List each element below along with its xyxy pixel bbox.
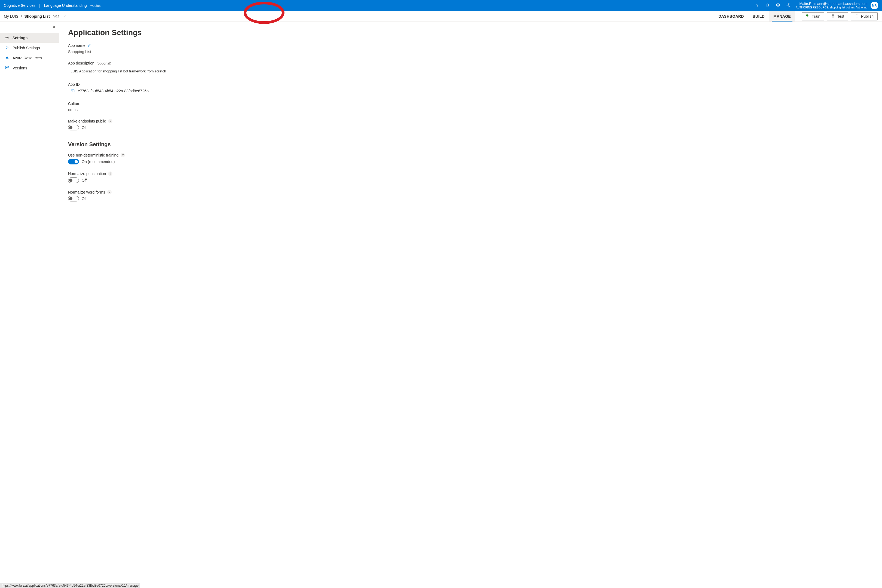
- authoring-resource-label: AUTHORING RESOURCE:: [796, 6, 829, 9]
- svg-point-1: [776, 3, 780, 7]
- endpoints-public-label: Make endpoints public: [68, 119, 106, 123]
- gear-icon: [5, 35, 9, 40]
- test-button[interactable]: Test: [827, 12, 848, 20]
- version-settings-title: Version Settings: [68, 141, 873, 147]
- region-label: - westus: [88, 4, 101, 8]
- svg-point-5: [806, 14, 808, 16]
- publish-button[interactable]: Publish: [851, 12, 878, 20]
- product-wrap[interactable]: Language Understanding - westus: [44, 3, 101, 8]
- app-description-label: App description: [68, 61, 94, 65]
- normalize-word-toggle[interactable]: [68, 196, 79, 201]
- app-id-label: App ID: [68, 82, 80, 87]
- nondeterministic-label: Use non-deterministic training: [68, 153, 118, 158]
- notifications-icon[interactable]: [765, 3, 770, 9]
- sidebar-item-azure-resources[interactable]: Azure Resources: [0, 53, 59, 63]
- svg-point-6: [808, 16, 809, 17]
- endpoints-public-state: Off: [82, 126, 87, 130]
- test-label: Test: [837, 14, 844, 18]
- nondeterministic-toggle[interactable]: [68, 159, 79, 164]
- header-separator: |: [39, 3, 40, 8]
- svg-rect-8: [6, 66, 7, 68]
- culture-value: en-us: [68, 108, 873, 112]
- app-name-label: App name: [68, 43, 86, 48]
- chevron-down-icon[interactable]: [63, 14, 66, 18]
- svg-point-4: [788, 4, 789, 6]
- normalize-punct-label: Normalize punctuation: [68, 171, 106, 176]
- normalize-punct-toggle[interactable]: [68, 177, 79, 183]
- help-icon[interactable]: ?: [108, 119, 112, 123]
- normalize-word-state: Off: [82, 196, 87, 201]
- settings-icon[interactable]: [786, 3, 791, 9]
- tab-manage[interactable]: MANAGE: [769, 11, 795, 21]
- culture-label: Culture: [68, 102, 80, 106]
- azure-icon: [5, 55, 9, 60]
- sidebar-item-label: Publish Settings: [12, 46, 40, 50]
- authoring-resource-value: shopping-list-bot-luis-Authoring: [830, 6, 867, 9]
- sidebar-item-versions[interactable]: Versions: [0, 63, 59, 73]
- svg-rect-10: [6, 68, 7, 69]
- sidebar-item-label: Versions: [12, 66, 27, 70]
- breadcrumb-slash: /: [21, 14, 22, 18]
- svg-point-2: [777, 4, 778, 5]
- breadcrumb-root[interactable]: My LUIS: [4, 14, 18, 18]
- status-url: https://www.luis.ai/applications/e7763af…: [0, 583, 140, 588]
- help-icon[interactable]: [755, 3, 760, 9]
- app-id-value: e7763afa-d543-4b54-a22a-83fbd8e6726b: [78, 89, 148, 93]
- breadcrumb: My LUIS / Shopping List V0.1: [4, 14, 66, 18]
- endpoints-public-toggle[interactable]: [68, 125, 79, 130]
- svg-point-0: [757, 6, 758, 6]
- nondeterministic-state: On (recommended): [82, 159, 115, 164]
- flask-icon: [831, 14, 835, 18]
- breadcrumb-version: V0.1: [53, 15, 60, 18]
- app-name-value: Shopping List: [68, 50, 873, 54]
- normalize-punct-state: Off: [82, 178, 87, 182]
- collapse-sidebar-icon[interactable]: [52, 25, 56, 30]
- help-icon[interactable]: ?: [121, 153, 125, 158]
- content: Application Settings App name Shopping L…: [59, 22, 882, 588]
- user-info[interactable]: Malte.Reimann@studentambassadors.com AUT…: [796, 2, 867, 9]
- train-button[interactable]: Train: [802, 12, 824, 20]
- publish-label: Publish: [861, 14, 873, 18]
- publish-icon: [855, 14, 859, 18]
- top-header: Cognitive Services | Language Understand…: [0, 0, 882, 11]
- smiley-icon[interactable]: [776, 3, 780, 9]
- sidebar-item-label: Settings: [12, 36, 27, 40]
- copy-icon[interactable]: [71, 88, 75, 93]
- app-description-input[interactable]: [68, 67, 192, 75]
- sidebar: Settings Publish Settings Azure Resource…: [0, 22, 59, 588]
- gear-icon: [806, 14, 810, 18]
- nav-tabs: DASHBOARD BUILD MANAGE: [714, 11, 795, 21]
- avatar[interactable]: MR: [871, 2, 878, 9]
- page-title: Application Settings: [68, 28, 873, 37]
- svg-point-7: [6, 37, 8, 38]
- versions-icon: [5, 65, 9, 70]
- help-icon[interactable]: ?: [108, 171, 112, 176]
- edit-icon[interactable]: [88, 43, 92, 48]
- product-label: Language Understanding: [44, 3, 87, 8]
- tab-dashboard[interactable]: DASHBOARD: [714, 11, 748, 21]
- sub-header: My LUIS / Shopping List V0.1 DASHBOARD B…: [0, 11, 882, 22]
- help-icon[interactable]: ?: [107, 190, 112, 194]
- cognitive-services-label[interactable]: Cognitive Services: [4, 3, 35, 8]
- sidebar-item-settings[interactable]: Settings: [0, 33, 59, 43]
- tab-build[interactable]: BUILD: [748, 11, 769, 21]
- play-icon: [5, 45, 9, 50]
- user-email: Malte.Reimann@studentambassadors.com: [796, 2, 867, 6]
- normalize-word-label: Normalize word forms: [68, 190, 105, 194]
- sidebar-item-label: Azure Resources: [12, 56, 42, 60]
- svg-rect-11: [72, 90, 74, 92]
- train-label: Train: [812, 14, 820, 18]
- optional-label: (optional): [97, 61, 111, 65]
- svg-point-3: [778, 4, 779, 5]
- breadcrumb-app[interactable]: Shopping List: [24, 14, 50, 18]
- svg-rect-9: [8, 66, 9, 68]
- sidebar-item-publish-settings[interactable]: Publish Settings: [0, 43, 59, 53]
